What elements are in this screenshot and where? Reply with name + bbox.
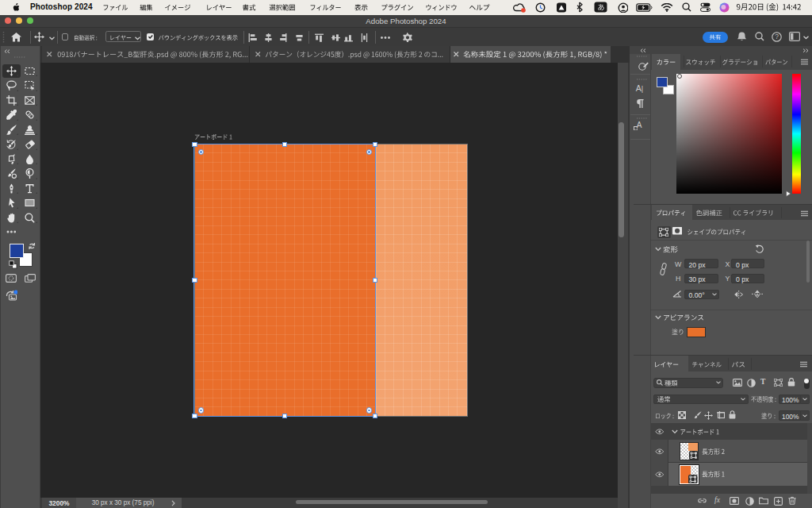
svg-text:?: ? [775, 33, 779, 40]
